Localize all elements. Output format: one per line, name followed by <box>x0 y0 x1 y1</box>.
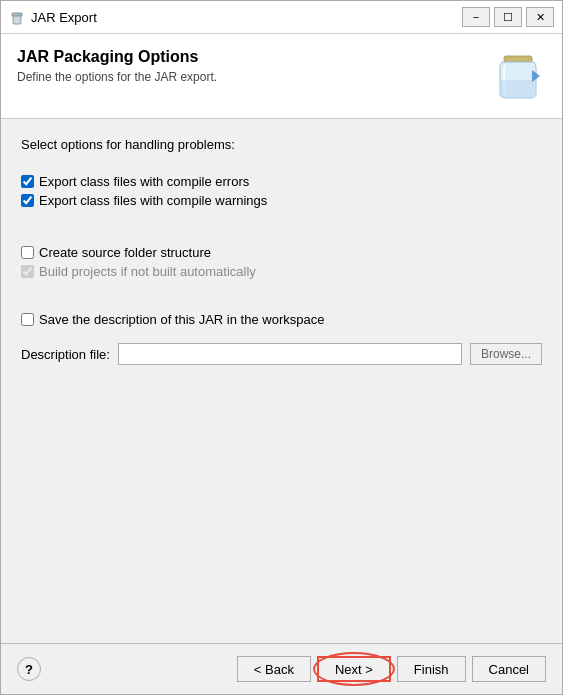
svg-rect-1 <box>12 13 22 16</box>
export-errors-checkbox[interactable] <box>21 175 34 188</box>
close-button[interactable]: ✕ <box>526 7 554 27</box>
jar-icon <box>494 48 542 104</box>
minimize-button[interactable]: − <box>462 7 490 27</box>
title-bar-controls: − ☐ ✕ <box>462 7 554 27</box>
create-source-checkbox[interactable] <box>21 246 34 259</box>
svg-rect-3 <box>504 56 532 62</box>
footer: ? < Back Next > Finish Cancel <box>1 643 562 694</box>
content-spacer <box>21 379 542 625</box>
create-source-label: Create source folder structure <box>39 245 211 260</box>
description-file-input[interactable] <box>118 343 462 365</box>
save-description-row: Save the description of this JAR in the … <box>21 312 542 327</box>
export-errors-label: Export class files with compile errors <box>39 174 249 189</box>
export-errors-row: Export class files with compile errors <box>21 174 542 189</box>
description-file-label: Description file: <box>21 347 110 362</box>
back-button[interactable]: < Back <box>237 656 311 682</box>
create-source-row: Create source folder structure <box>21 245 542 260</box>
build-projects-checkbox <box>21 265 34 278</box>
window: JAR Export − ☐ ✕ JAR Packaging Options D… <box>0 0 563 695</box>
maximize-button[interactable]: ☐ <box>494 7 522 27</box>
jar-title-icon <box>9 9 25 25</box>
problems-label: Select options for handling problems: <box>21 137 542 152</box>
window-title: JAR Export <box>31 10 97 25</box>
page-subtitle: Define the options for the JAR export. <box>17 70 217 84</box>
page-title: JAR Packaging Options <box>17 48 217 66</box>
build-projects-label: Build projects if not built automaticall… <box>39 264 256 279</box>
browse-button[interactable]: Browse... <box>470 343 542 365</box>
header-section: JAR Packaging Options Define the options… <box>1 34 562 119</box>
save-description-label: Save the description of this JAR in the … <box>39 312 324 327</box>
cancel-button[interactable]: Cancel <box>472 656 546 682</box>
build-projects-row: Build projects if not built automaticall… <box>21 264 542 279</box>
header-icon <box>490 48 546 104</box>
save-description-checkbox[interactable] <box>21 313 34 326</box>
title-bar-left: JAR Export <box>9 9 97 25</box>
svg-point-2 <box>14 18 20 23</box>
export-warnings-checkbox[interactable] <box>21 194 34 207</box>
checkbox-group-errors-warnings: Export class files with compile errors E… <box>21 174 542 208</box>
footer-right: < Back Next > Finish Cancel <box>237 656 546 682</box>
header-text: JAR Packaging Options Define the options… <box>17 48 217 84</box>
finish-button[interactable]: Finish <box>397 656 466 682</box>
next-button[interactable]: Next > <box>317 656 391 682</box>
content-area: Select options for handling problems: Ex… <box>1 119 562 643</box>
checkbox-group-structure: Create source folder structure Build pro… <box>21 245 542 279</box>
help-button[interactable]: ? <box>17 657 41 681</box>
separator-2 <box>21 295 542 296</box>
title-bar: JAR Export − ☐ ✕ <box>1 1 562 34</box>
description-file-row: Description file: Browse... <box>21 343 542 365</box>
separator-1 <box>21 224 542 225</box>
export-warnings-label: Export class files with compile warnings <box>39 193 267 208</box>
footer-left: ? <box>17 657 41 681</box>
export-warnings-row: Export class files with compile warnings <box>21 193 542 208</box>
